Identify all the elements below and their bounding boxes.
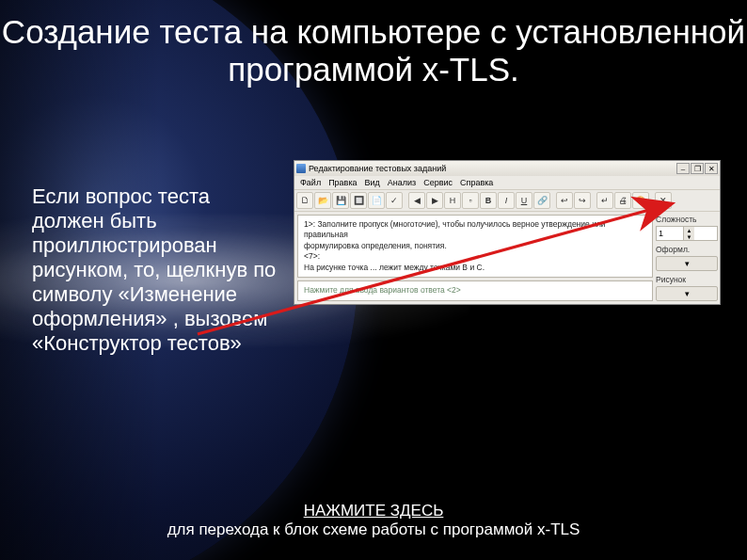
answers-panel[interactable]: Нажмите для ввода вариантов ответа <2> bbox=[297, 280, 653, 300]
italic-icon[interactable]: I bbox=[498, 192, 515, 209]
body-paragraph: Если вопрос теста должен быть проиллюстр… bbox=[32, 184, 277, 356]
difficulty-spinner[interactable]: ▲ ▼ bbox=[656, 226, 718, 241]
maximize-button[interactable]: ❐ bbox=[691, 163, 704, 174]
editor-titlebar: Редактирование тестовых заданий – ❐ ✕ bbox=[294, 161, 720, 176]
spin-down-icon[interactable]: ▼ bbox=[683, 233, 694, 240]
difficulty-label: Сложность bbox=[656, 215, 718, 224]
question-line3: <7>: bbox=[304, 251, 646, 262]
menu-view[interactable]: Вид bbox=[365, 178, 380, 187]
format-label: Оформл. bbox=[656, 245, 718, 254]
link-icon[interactable]: 🔗 bbox=[533, 192, 550, 209]
open-icon[interactable]: 📂 bbox=[314, 192, 331, 209]
print-icon[interactable]: 🖨 bbox=[614, 192, 631, 209]
difficulty-input[interactable] bbox=[657, 229, 683, 238]
menu-service[interactable]: Сервис bbox=[423, 178, 453, 187]
menu-edit[interactable]: Правка bbox=[328, 178, 357, 187]
menu-help[interactable]: Справка bbox=[460, 178, 493, 187]
question-line4: На рисунке точка ... лежит между точками… bbox=[304, 263, 646, 273]
box2-icon[interactable]: ▫ bbox=[462, 192, 479, 209]
slide: Создание теста на компьютере с установле… bbox=[0, 0, 747, 560]
new-icon[interactable]: 🗋 bbox=[296, 192, 313, 209]
question-panel[interactable]: 1>: Заполните пропуск (многоточие), чтоб… bbox=[297, 215, 653, 278]
question-line2: формулировка определения, понятия. bbox=[304, 241, 646, 251]
save-icon[interactable]: 💾 bbox=[332, 192, 349, 209]
underline-icon[interactable]: U bbox=[516, 192, 532, 209]
prev-icon[interactable]: ◀ bbox=[408, 192, 425, 209]
h-icon[interactable]: H bbox=[444, 192, 461, 209]
spin-up-icon[interactable]: ▲ bbox=[683, 227, 694, 233]
menubar: Файл Правка Вид Анализ Сервис Справка bbox=[294, 176, 720, 189]
footer-link[interactable]: НАЖМИТЕ ЗДЕСЬ bbox=[304, 502, 444, 520]
undo-icon[interactable]: ↩ bbox=[556, 192, 573, 209]
delete-icon[interactable]: ✕ bbox=[655, 192, 672, 209]
editor-window: Редактирование тестовых заданий – ❐ ✕ Фа… bbox=[294, 160, 721, 305]
window-title: Редактирование тестовых заданий bbox=[309, 164, 446, 173]
page-icon[interactable]: 📄 bbox=[368, 192, 385, 209]
format-button[interactable]: ▾ bbox=[656, 256, 718, 271]
toolbar: 🗋 📂 💾 🔲 📄 ✓ ◀ ▶ H ▫ B I U 🔗 ↩ ↪ ↵ 🖨 🎨 ✕ bbox=[294, 189, 720, 212]
close-button[interactable]: ✕ bbox=[705, 163, 718, 174]
box-icon[interactable]: 🔲 bbox=[350, 192, 367, 209]
menu-analysis[interactable]: Анализ bbox=[388, 178, 416, 187]
check-icon[interactable]: ✓ bbox=[386, 192, 403, 209]
next-icon[interactable]: ▶ bbox=[426, 192, 443, 209]
menu-file[interactable]: Файл bbox=[300, 178, 321, 187]
return-icon[interactable]: ↵ bbox=[596, 192, 613, 209]
minimize-button[interactable]: – bbox=[676, 163, 690, 174]
image-button[interactable]: ▾ bbox=[656, 286, 718, 301]
app-icon bbox=[296, 164, 306, 173]
redo-icon[interactable]: ↪ bbox=[574, 192, 591, 209]
answers-hint: Нажмите для ввода вариантов ответа <2> bbox=[304, 285, 461, 295]
footer: НАЖМИТЕ ЗДЕСЬ для перехода к блок схеме … bbox=[0, 502, 747, 539]
slide-title: Создание теста на компьютере с установле… bbox=[0, 13, 747, 89]
bold-icon[interactable]: B bbox=[480, 192, 497, 209]
image-label: Рисунок bbox=[656, 275, 718, 284]
question-line1: 1>: Заполните пропуск (многоточие), чтоб… bbox=[304, 219, 646, 241]
palette-icon[interactable]: 🎨 bbox=[632, 192, 649, 209]
footer-text: для перехода к блок схеме работы с прогр… bbox=[167, 520, 580, 538]
